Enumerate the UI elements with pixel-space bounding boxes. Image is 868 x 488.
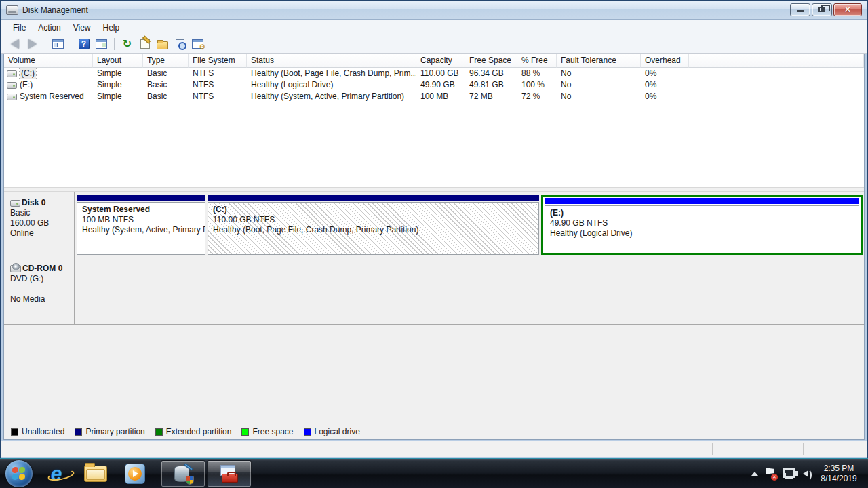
pane-splitter[interactable] <box>4 187 864 192</box>
taskbar: e 2:35 PM 8/14/2019 <box>0 458 868 488</box>
taskbar-windows-explorer[interactable] <box>81 460 110 487</box>
windows-flag-icon <box>12 467 26 481</box>
table-row-system-reserved[interactable]: System Reserved Simple Basic NTFS Health… <box>4 91 864 102</box>
minimize-button[interactable] <box>790 3 810 16</box>
legend-label: Logical drive <box>315 427 360 436</box>
clock-time: 2:35 PM <box>816 464 861 474</box>
volume-icon <box>7 94 17 100</box>
menu-action[interactable]: Action <box>32 21 66 35</box>
graphical-view-pane: Disk 0 Basic 160.00 GB Online System Res… <box>4 192 864 439</box>
column-header-capacity[interactable]: Capacity <box>416 54 465 68</box>
disk-0-row: Disk 0 Basic 160.00 GB Online System Res… <box>4 192 864 258</box>
partition-system-reserved[interactable]: System Reserved 100 MB NTFS Healthy (Sys… <box>77 195 205 255</box>
primary-partition-bar <box>77 195 205 201</box>
legend-label: Unallocated <box>22 427 64 436</box>
volume-table-header: Volume Layout Type File System Status Ca… <box>4 54 864 68</box>
disk-status: Online <box>10 228 73 239</box>
properties-button[interactable] <box>137 37 153 52</box>
partition-name: System Reserved <box>82 205 205 215</box>
partition-size: 49.90 GB NTFS <box>550 218 859 228</box>
column-header-free-space[interactable]: Free Space <box>465 54 517 68</box>
action-center-icon[interactable] <box>766 468 775 479</box>
column-header-type[interactable]: Type <box>143 54 189 68</box>
open-button[interactable] <box>155 37 170 52</box>
cell-layout: Simple <box>93 91 143 102</box>
manage-button[interactable] <box>190 37 205 52</box>
table-row-c[interactable]: (C:) Simple Basic NTFS Healthy (Boot, Pa… <box>4 68 864 79</box>
unallocated-swatch <box>11 428 18 436</box>
column-header-status[interactable]: Status <box>247 54 416 68</box>
cell-status: Healthy (Boot, Page File, Crash Dump, Pr… <box>247 68 416 79</box>
taskbar-clock[interactable]: 2:35 PM 8/14/2019 <box>816 464 861 484</box>
menu-file[interactable]: File <box>7 21 32 35</box>
toolbar: ? ↻ <box>1 35 867 54</box>
network-icon[interactable] <box>783 468 795 479</box>
column-header-layout[interactable]: Layout <box>93 54 143 68</box>
column-header-file-system[interactable]: File System <box>189 54 247 68</box>
toolbar-separator <box>71 38 71 50</box>
cdrom-name: CD-ROM 0 <box>22 264 62 274</box>
cell-fault-tolerance: No <box>557 79 641 91</box>
cdrom-0-label[interactable]: CD-ROM 0 DVD (G:) No Media <box>4 258 75 324</box>
refresh-icon: ↻ <box>123 39 132 49</box>
partition-status: Healthy (System, Active, Primary Partiti… <box>82 225 205 235</box>
cell-free-space: 49.81 GB <box>465 79 517 91</box>
status-bar <box>1 441 867 457</box>
help-icon: ? <box>79 39 90 49</box>
legend-item-logical-drive: Logical drive <box>304 427 360 436</box>
forward-arrow-icon <box>28 39 37 49</box>
restore-button[interactable] <box>812 3 832 16</box>
console-tree-icon <box>52 39 64 49</box>
taskbar-media-player[interactable] <box>121 460 149 487</box>
restore-icon <box>818 7 825 12</box>
taskbar-admin-tools-button[interactable] <box>207 460 252 487</box>
partition-status: Healthy (Logical Drive) <box>550 228 859 239</box>
cdrom-0-area <box>75 258 864 324</box>
forward-button[interactable] <box>24 37 40 52</box>
cell-pct-free: 72 % <box>517 91 557 102</box>
system-tray: 2:35 PM 8/14/2019 <box>751 464 868 484</box>
status-bar-separator <box>803 443 804 455</box>
clock-date: 8/14/2019 <box>816 474 861 484</box>
taskbar-internet-explorer[interactable]: e <box>42 460 71 487</box>
legend-item-unallocated: Unallocated <box>11 427 64 436</box>
menu-view[interactable]: View <box>67 21 97 35</box>
toolbox-icon <box>219 465 239 483</box>
disk-0-partitions: System Reserved 100 MB NTFS Healthy (Sys… <box>75 192 864 258</box>
volume-icon[interactable] <box>803 470 808 477</box>
refresh-button[interactable]: ↻ <box>119 37 135 52</box>
show-hidden-icons-button[interactable] <box>751 472 758 476</box>
partition-c[interactable]: (C:) 110.00 GB NTFS Healthy (Boot, Page … <box>208 195 539 255</box>
toolbar-separator <box>114 38 115 50</box>
cdrom-drive-letter: DVD (G:) <box>10 274 73 284</box>
column-header-pct-free[interactable]: % Free <box>517 54 557 68</box>
title-bar[interactable]: Disk Management ✕ <box>1 1 867 20</box>
find-button[interactable] <box>172 37 188 52</box>
close-button[interactable]: ✕ <box>833 3 862 16</box>
back-button[interactable] <box>7 37 22 52</box>
menu-help[interactable]: Help <box>97 21 126 35</box>
legend-label: Free space <box>252 427 293 436</box>
column-header-fault-tolerance[interactable]: Fault Tolerance <box>557 54 641 68</box>
action-pane-icon <box>96 39 107 49</box>
cdrom-media-status: No Media <box>10 294 73 304</box>
show-console-tree-button[interactable] <box>50 37 66 52</box>
taskbar-disk-management-button[interactable] <box>161 460 205 487</box>
disk-0-label[interactable]: Disk 0 Basic 160.00 GB Online <box>4 192 75 258</box>
table-row-e[interactable]: (E:) Simple Basic NTFS Healthy (Logical … <box>4 79 864 91</box>
volume-list-pane: Volume Layout Type File System Status Ca… <box>4 54 864 187</box>
cell-layout: Simple <box>93 79 143 91</box>
disk-kind: Basic <box>10 208 73 218</box>
menu-bar: File Action View Help <box>1 20 867 35</box>
folder-icon <box>84 466 107 482</box>
column-header-overhead[interactable]: Overhead <box>641 54 689 68</box>
cell-file-system: NTFS <box>189 68 247 79</box>
start-button[interactable] <box>5 460 33 487</box>
column-header-volume[interactable]: Volume <box>4 54 93 68</box>
show-action-pane-button[interactable] <box>94 37 109 52</box>
magnifier-icon <box>176 39 184 49</box>
partition-e[interactable]: (E:) 49.90 GB NTFS Healthy (Logical Driv… <box>545 198 859 251</box>
cell-capacity: 49.90 GB <box>416 79 465 91</box>
status-bar-separator <box>712 443 713 455</box>
help-button[interactable]: ? <box>76 37 92 52</box>
